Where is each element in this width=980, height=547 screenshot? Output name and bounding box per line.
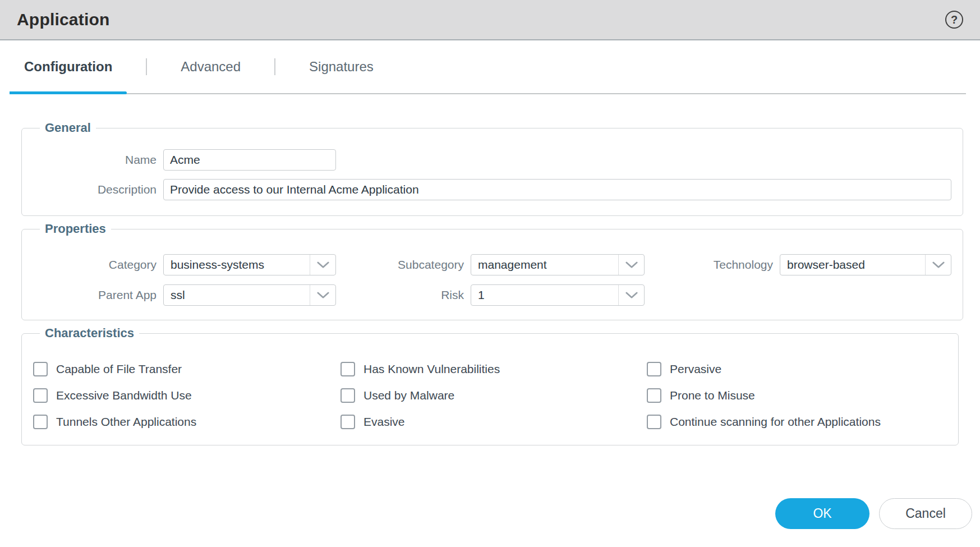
checkbox-icon[interactable] (647, 415, 661, 429)
tab-advanced[interactable]: Advanced (166, 40, 255, 93)
risk-value: 1 (471, 288, 618, 302)
subcategory-label: Subcategory (343, 258, 464, 272)
characteristics-section: Characteristics Capable of File Transfer… (21, 326, 959, 445)
checkbox-icon[interactable] (33, 388, 48, 403)
chevron-down-icon (618, 255, 644, 275)
checkbox-tunnels-other-applications[interactable]: Tunnels Other Applications (33, 415, 341, 429)
properties-legend: Properties (40, 222, 111, 236)
checkbox-prone-to-misuse[interactable]: Prone to Misuse (647, 388, 947, 403)
parent-app-label: Parent App (33, 288, 157, 302)
checkbox-icon[interactable] (647, 362, 661, 376)
category-label: Category (33, 258, 157, 272)
general-legend: General (40, 121, 96, 135)
action-bar: OK Cancel (0, 498, 972, 529)
category-value: business-systems (164, 258, 310, 272)
technology-value: browser-based (780, 258, 925, 272)
dialog-titlebar: Application ? (0, 0, 980, 40)
checkbox-capable-of-file-transfer[interactable]: Capable of File Transfer (33, 362, 341, 376)
checkbox-has-known-vulnerabilities[interactable]: Has Known Vulnerabilities (341, 362, 647, 376)
characteristics-legend: Characteristics (40, 326, 139, 341)
checkbox-icon[interactable] (33, 415, 48, 429)
checkbox-excessive-bandwidth-use[interactable]: Excessive Bandwidth Use (33, 388, 341, 403)
tab-separator (274, 58, 275, 75)
tab-separator (146, 58, 147, 75)
tab-signatures[interactable]: Signatures (295, 40, 388, 93)
chevron-down-icon (310, 285, 335, 305)
checkbox-evasive[interactable]: Evasive (341, 415, 647, 429)
description-input[interactable] (163, 179, 951, 200)
subcategory-value: management (471, 258, 618, 272)
parent-app-dropdown[interactable]: ssl (163, 284, 336, 306)
tab-configuration[interactable]: Configuration (10, 40, 127, 93)
risk-dropdown[interactable]: 1 (471, 284, 645, 306)
technology-label: Technology (651, 258, 773, 272)
name-label: Name (33, 153, 157, 167)
tab-bar: Configuration Advanced Signatures (10, 40, 966, 94)
description-label: Description (33, 183, 157, 196)
parent-app-value: ssl (164, 288, 310, 302)
checkbox-icon[interactable] (341, 415, 355, 429)
help-icon[interactable]: ? (945, 11, 963, 29)
name-input[interactable] (163, 149, 336, 171)
checkbox-icon[interactable] (33, 362, 48, 376)
general-section: General Name Description (21, 121, 963, 216)
checkbox-used-by-malware[interactable]: Used by Malware (341, 388, 647, 403)
category-dropdown[interactable]: business-systems (163, 254, 336, 275)
checkbox-icon[interactable] (647, 388, 661, 403)
ok-button[interactable]: OK (775, 498, 869, 529)
subcategory-dropdown[interactable]: management (471, 254, 645, 275)
checkbox-icon[interactable] (341, 388, 355, 403)
checkbox-icon[interactable] (341, 362, 355, 376)
properties-section: Properties Category business-systems Sub… (21, 222, 963, 320)
checkbox-continue-scanning[interactable]: Continue scanning for other Applications (647, 415, 947, 429)
risk-label: Risk (343, 288, 464, 302)
cancel-button[interactable]: Cancel (879, 498, 972, 529)
chevron-down-icon (618, 285, 644, 305)
dialog-title: Application (17, 10, 110, 29)
chevron-down-icon (310, 255, 335, 275)
checkbox-pervasive[interactable]: Pervasive (647, 362, 947, 376)
technology-dropdown[interactable]: browser-based (780, 254, 951, 275)
chevron-down-icon (925, 255, 951, 275)
